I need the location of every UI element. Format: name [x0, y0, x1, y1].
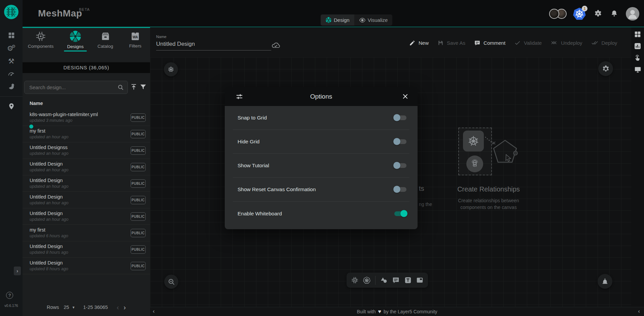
filter-funnel-icon[interactable]	[139, 83, 147, 91]
panel-tab-designs[interactable]: Designs	[60, 29, 91, 50]
double-cross-icon	[550, 39, 558, 46]
visibility-badge[interactable]: PUBLIC	[131, 130, 146, 138]
interaction-touch-icon[interactable]	[634, 54, 641, 62]
nav-extensions-icon[interactable]	[0, 80, 23, 93]
display-monitor-icon[interactable]	[634, 66, 642, 73]
comment-button[interactable]: Comment	[474, 40, 505, 46]
tab-visualize[interactable]: Visualize	[354, 14, 393, 26]
settings-gear-icon[interactable]	[594, 9, 603, 18]
visibility-badge[interactable]: PUBLIC	[131, 262, 146, 270]
kubernetes-context-button[interactable]: 1	[573, 7, 586, 21]
shapes-tool-icon[interactable]	[380, 276, 388, 284]
canvas-options-gear-fab[interactable]	[598, 61, 613, 76]
visibility-badge[interactable]: PUBLIC	[131, 196, 146, 204]
design-row[interactable]: Untitled Designss updated an hour ago PU…	[23, 142, 150, 159]
visibility-badge[interactable]: PUBLIC	[131, 113, 146, 122]
previous-page-chevron[interactable]: ‹	[117, 304, 119, 311]
toggle-show-reset-canvas-confirmation[interactable]	[393, 186, 407, 193]
panels-grid-icon[interactable]	[634, 31, 641, 38]
panel-tab-catalog[interactable]: Catalog	[90, 29, 121, 50]
magnifier-minus-icon	[168, 278, 175, 286]
notifications-bell-icon[interactable]	[610, 9, 618, 18]
rail-divider	[0, 96, 23, 97]
design-row[interactable]: my first updated an hour ago PUBLIC	[23, 126, 150, 142]
search-input[interactable]	[25, 84, 117, 90]
search-icon	[117, 84, 124, 91]
toggle-hide-grid[interactable]	[393, 138, 407, 145]
visibility-badge[interactable]: PUBLIC	[131, 146, 146, 155]
toggle-snap-to-grid[interactable]	[393, 114, 407, 121]
nav-meshmap-pin-icon[interactable]	[0, 100, 23, 113]
visibility-badge[interactable]: PUBLIC	[131, 163, 146, 171]
text-tool-icon[interactable]	[404, 276, 412, 284]
design-row[interactable]: Untitled Design updated an hour ago PUBL…	[23, 175, 150, 192]
onboarding-pentagon-shape	[491, 138, 519, 166]
media-tool-icon[interactable]	[416, 276, 424, 284]
visibility-badge[interactable]: PUBLIC	[131, 179, 146, 188]
deploy-button[interactable]: Deploy	[591, 39, 617, 46]
design-row[interactable]: my first updated 6 hours ago PUBLIC	[23, 225, 150, 241]
toggle-enable-whiteboard[interactable]	[393, 210, 407, 217]
design-row[interactable]: Untitled Design updated 8 hours ago PUBL…	[23, 241, 150, 258]
panel-tab-components[interactable]: Components	[25, 29, 56, 50]
option-row-show-reset-confirmation: Show Reset Canvas Confirmation	[233, 178, 409, 202]
design-row[interactable]: Untitled Design updated an hour ago PUBL…	[23, 192, 150, 208]
add-component-chip-icon[interactable]	[351, 276, 359, 284]
close-icon[interactable]	[402, 93, 409, 100]
panel-tab-label: Components	[28, 44, 54, 49]
visibility-badge[interactable]: PUBLIC	[131, 229, 146, 237]
design-name-label: Name	[156, 35, 271, 39]
design-row[interactable]: k8s-wasm-plugin-ratelimiter.yml updated …	[23, 109, 150, 126]
expand-rail-chevron[interactable]: ›	[14, 267, 21, 275]
new-button[interactable]: New	[409, 40, 429, 46]
header: MeshMap BETA Design	[23, 0, 644, 27]
save-as-button[interactable]: Save As	[437, 40, 465, 46]
analytics-chart-icon[interactable]	[634, 42, 642, 50]
next-page-chevron[interactable]: ›	[123, 304, 126, 311]
option-row-hide-grid: Hide Grid	[233, 130, 409, 154]
collapse-panel-chevron[interactable]: ‹	[153, 308, 155, 315]
tab-design[interactable]: Design	[321, 14, 354, 26]
onboarding-description: Create relationships between components …	[438, 197, 539, 211]
panel-tab-label: Designs	[67, 44, 84, 49]
upload-design-icon[interactable]	[130, 83, 138, 91]
comment-icon	[474, 40, 480, 46]
designs-panel: Components Designs	[23, 27, 150, 316]
design-name-input[interactable]	[156, 39, 271, 50]
toggle-show-tutorial[interactable]	[393, 162, 407, 169]
visibility-badge[interactable]: PUBLIC	[131, 245, 146, 254]
zoom-out-fab[interactable]	[164, 275, 178, 289]
panel-tabbar: Components Designs	[23, 28, 150, 51]
mode-tab-label: Visualize	[368, 17, 388, 23]
active-tab-underline	[64, 50, 87, 51]
designs-pinwheel-icon	[69, 30, 81, 42]
onboarding-description-fragment: ng the	[419, 202, 432, 207]
undeploy-button[interactable]: Undeploy	[550, 39, 582, 46]
user-avatar[interactable]	[626, 7, 639, 21]
help-button[interactable]: ?	[6, 292, 13, 299]
double-check-icon	[591, 39, 599, 46]
design-row[interactable]: Untitled Design updated 8 hours ago PUBL…	[23, 258, 150, 274]
visibility-badge[interactable]: PUBLIC	[131, 212, 146, 221]
nav-configuration-tools-icon[interactable]: ⚒	[0, 55, 23, 67]
comment-tool-icon[interactable]	[392, 276, 400, 284]
validate-button[interactable]: Validate	[514, 39, 542, 46]
kubernetes-toolbar-icon[interactable]	[363, 276, 371, 284]
canvas-actions: New Save As Comment Validate	[409, 39, 617, 46]
options-modal: Options Snap to Grid Hide Grid Show Tuto…	[225, 87, 418, 229]
whiteboard-lamp-fab[interactable]	[598, 274, 612, 289]
search-row	[23, 78, 150, 96]
design-row[interactable]: Untitled Design updated an hour ago PUBL…	[23, 159, 150, 175]
collaborator-avatar[interactable]	[549, 9, 559, 19]
nav-lifecycle-gears-icon[interactable]: ⚙⚙	[0, 42, 23, 55]
layer5-logo[interactable]	[4, 4, 19, 20]
footer-right-chevron[interactable]: ‹	[638, 308, 640, 315]
pencil-icon	[409, 40, 416, 46]
design-row[interactable]: Untitled Design updated an hour ago PUBL…	[23, 208, 150, 225]
kubernetes-settings-fab[interactable]	[164, 62, 178, 76]
rows-per-page-caret-icon[interactable]: ▼	[72, 306, 75, 309]
rows-per-page-select[interactable]: 25	[64, 305, 69, 310]
panel-tab-filters[interactable]: WA Filters	[120, 29, 151, 50]
nav-performance-gauge-icon[interactable]	[0, 67, 23, 80]
nav-dashboard-icon[interactable]	[0, 29, 23, 42]
